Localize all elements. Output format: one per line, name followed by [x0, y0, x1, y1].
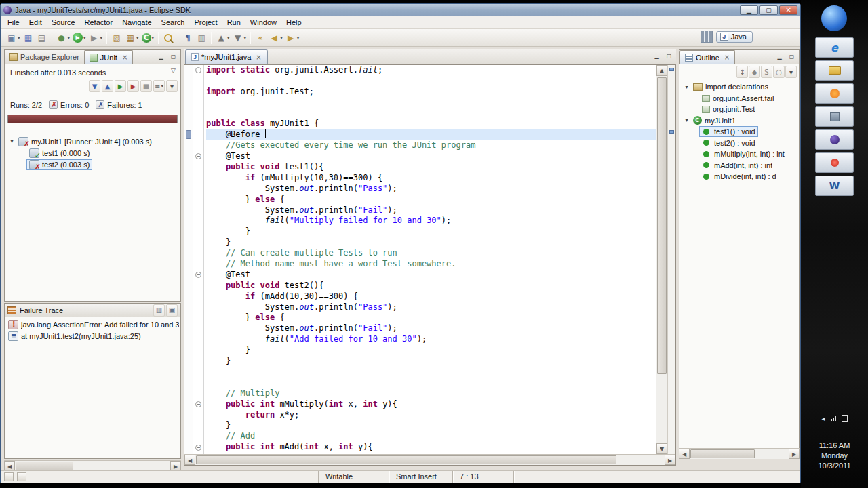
junit-test-item[interactable]: test1 (0.000 s)	[6, 147, 179, 159]
maximize-view-button[interactable]: ▢	[664, 52, 674, 61]
code-line[interactable]	[206, 378, 656, 388]
sort-button[interactable]: ↕	[736, 66, 748, 78]
expander-icon[interactable]: ▾	[8, 138, 16, 144]
close-icon[interactable]: ×	[724, 54, 730, 61]
code-line[interactable]: //Gets executed every time we run the JU…	[206, 140, 656, 151]
view-menu-button[interactable]: ▾	[166, 80, 178, 92]
menu-source[interactable]: Source	[47, 17, 80, 28]
code-line[interactable]	[206, 108, 656, 119]
menu-help[interactable]: Help	[281, 17, 307, 28]
code-line[interactable]: } else {	[206, 312, 656, 323]
outline-item[interactable]: org.junit.Assert.fail	[681, 93, 797, 104]
hide-static-members-button[interactable]: S	[761, 66, 772, 78]
new-wizard-button[interactable]: ▣▾	[5, 30, 22, 45]
outline-item[interactable]: test2() : void	[681, 138, 797, 149]
code-line[interactable]: if (mAdd(10,30)==300) {	[206, 291, 656, 302]
previous-annotation-button[interactable]: ▲▾	[214, 30, 231, 45]
minimize-view-button[interactable]: ▁	[156, 53, 166, 62]
code-line[interactable]: @Test	[206, 270, 656, 281]
rerun-failed-first-button[interactable]: ▶	[127, 80, 139, 92]
code-area[interactable]: import static org.junit.Assert.fail;impo…	[204, 65, 656, 454]
code-line[interactable]: public void test2(){	[206, 281, 656, 291]
run-external-button[interactable]: ▶▾	[87, 30, 104, 45]
scrollbar-thumb[interactable]	[196, 455, 616, 464]
outline-item[interactable]: ▾import declarations	[681, 81, 797, 93]
compare-result-button[interactable]: ▣	[166, 304, 178, 317]
code-line[interactable]: } else {	[206, 195, 656, 205]
editor-tab-myjunit1[interactable]: J *myJUnit1.java ×	[185, 49, 268, 64]
java-perspective-button[interactable]: J Java	[716, 31, 753, 43]
overview-marker[interactable]	[669, 130, 674, 134]
code-line[interactable]: // Method name must have a word Test som…	[206, 259, 656, 270]
hidden-icons-button[interactable]: ◂	[821, 415, 825, 422]
code-line[interactable]: }	[206, 345, 656, 356]
title-bar[interactable]: Java - myJUnitTests/src/myJUnit1.java - …	[1, 4, 800, 16]
minimize-window-button[interactable]: ▁	[740, 5, 758, 15]
close-icon[interactable]: ×	[122, 54, 127, 61]
outline-item[interactable]: mDivide(int, int) : d	[681, 171, 797, 182]
maximize-window-button[interactable]: ▢	[760, 5, 778, 15]
outline-item[interactable]: mAdd(int, int) : int	[681, 160, 797, 171]
dropdown-icon[interactable]: ▾	[136, 35, 139, 41]
scroll-right-icon[interactable]: ▶	[789, 449, 800, 459]
dropdown-icon[interactable]: ▾	[227, 35, 230, 41]
code-line[interactable]: return x*y;	[206, 410, 656, 421]
rerun-test-button[interactable]: ▶	[115, 80, 126, 92]
code-line[interactable]: public int mMultiply(int x, int y){	[206, 399, 656, 410]
previous-failed-test-button[interactable]: ▲	[102, 80, 113, 92]
status-dropdown-icon[interactable]: ▽	[171, 67, 176, 74]
code-line[interactable]: public class myJUnit1 {	[206, 119, 656, 129]
run-button[interactable]: ▶▾	[71, 30, 87, 45]
filter-stack-trace-button[interactable]: ▥	[153, 304, 165, 317]
menu-project[interactable]: Project	[189, 17, 222, 28]
left-horizontal-scrollbar[interactable]: ◀ ▶	[4, 460, 181, 471]
menu-navigate[interactable]: Navigate	[117, 17, 156, 28]
annotation-ruler[interactable]	[184, 65, 193, 454]
test-history-button[interactable]: ≡▾	[153, 80, 165, 92]
menu-search[interactable]: Search	[157, 17, 190, 28]
dropdown-icon[interactable]: ▾	[244, 35, 247, 41]
code-line[interactable]	[206, 76, 656, 87]
dropdown-icon[interactable]: ▾	[100, 35, 103, 41]
scrollbar-thumb[interactable]	[16, 462, 73, 470]
next-annotation-button[interactable]: ▼▾	[231, 30, 248, 45]
outline-item[interactable]: test1() : void	[681, 126, 797, 138]
back-button[interactable]: ◀▾	[267, 30, 284, 45]
code-line[interactable]	[206, 98, 656, 108]
forward-button[interactable]: ▶▾	[284, 30, 301, 45]
junit-test-item[interactable]: ▾myJUnit1 [Runner: JUnit 4] (0.003 s)	[6, 136, 179, 147]
globe-app-icon[interactable]	[821, 5, 847, 31]
fold-collapse-icon[interactable]: −	[195, 67, 201, 73]
outline-item[interactable]: ▾myJUnit1	[681, 115, 797, 127]
outline-item[interactable]: org.junit.Test	[681, 104, 797, 115]
scroll-left-icon[interactable]: ◀	[679, 449, 690, 459]
fold-collapse-icon[interactable]: −	[195, 153, 201, 159]
overview-marker[interactable]	[669, 68, 674, 71]
menu-file[interactable]: File	[3, 17, 24, 28]
stop-button[interactable]: ■	[140, 80, 152, 92]
stack-trace-item[interactable]: at myJUnit1.test2(myJUnit1.java:25)	[6, 330, 179, 342]
code-line[interactable]	[206, 367, 656, 378]
code-line[interactable]: System.out.println("Pass");	[206, 184, 656, 195]
scrollbar-thumb[interactable]	[690, 449, 755, 458]
taskbar-media-app[interactable]	[815, 83, 854, 104]
code-line[interactable]: @Before	[206, 129, 656, 140]
tab-outline[interactable]: Outline ×	[679, 50, 735, 64]
open-perspective-icon[interactable]	[701, 30, 713, 43]
code-line[interactable]: System.out.println("Fail");	[206, 205, 656, 216]
stack-trace-item[interactable]: java.lang.AssertionError: Add failed for…	[6, 319, 179, 330]
save-button[interactable]: ▦	[22, 30, 35, 45]
dropdown-icon[interactable]: ▾	[152, 35, 155, 41]
expander-icon[interactable]: ▾	[683, 117, 690, 123]
dropdown-icon[interactable]: ▾	[280, 35, 283, 41]
view-menu-button[interactable]: ▾	[785, 66, 797, 78]
code-line[interactable]: System.out.println("Pass");	[206, 302, 656, 313]
taskbar-explorer[interactable]	[815, 60, 854, 81]
taskbar-eclipse[interactable]	[815, 129, 854, 150]
hide-fields-button[interactable]: ◆	[749, 66, 760, 78]
new-class-button[interactable]: C▾	[140, 30, 156, 45]
code-line[interactable]: // Multiply	[206, 388, 656, 399]
minimize-view-button[interactable]: ▁	[652, 52, 662, 61]
editor-vertical-scrollbar[interactable]: ▲ ▼	[656, 65, 667, 454]
show-whitespace-button[interactable]: ¶	[181, 30, 195, 45]
